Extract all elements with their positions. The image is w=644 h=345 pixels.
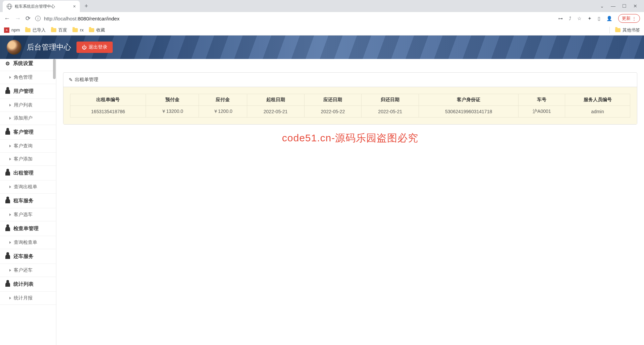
app-body: 系统设置 角色管理 用户管理 用户列表 添加用户 客户管理 客户查询 客户添加 … [0, 59, 644, 345]
new-tab-button[interactable]: + [80, 3, 93, 10]
reader-icon[interactable]: ▯ [598, 16, 600, 21]
menu-group-return: 还车服务 客户还车 [0, 249, 56, 277]
minimize-icon[interactable]: ― [611, 3, 615, 9]
address-bar: ← → ⟳ i http://localhost:8080/rentcar/in… [0, 12, 644, 25]
th-order-no: 出租单编号 [70, 94, 146, 106]
key-icon[interactable]: ⊶ [558, 16, 563, 21]
td-customer-id: 530624199603141718 [419, 106, 519, 118]
share-icon[interactable]: ⤴ [569, 16, 571, 21]
main-content: 出租单管理 出租单编号 预付金 应付金 起租日期 应还日期 归还日期 客户身份证 [56, 59, 644, 345]
panel-header: 出租单管理 [63, 73, 637, 87]
td-due-date: 2022-05-22 [304, 106, 362, 118]
menu-item-check-query[interactable]: 查询检查单 [0, 236, 56, 249]
th-car-no: 车号 [519, 94, 565, 106]
browser-tab[interactable]: 租车系统后台管理中心 × [3, 1, 80, 12]
panel: 出租单管理 出租单编号 预付金 应付金 起租日期 应还日期 归还日期 客户身份证 [63, 72, 637, 125]
bookmark-imported[interactable]: 已导入 [25, 27, 46, 33]
info-icon[interactable]: i [35, 16, 41, 21]
app-title: 后台管理中心 [27, 42, 71, 52]
url-box[interactable]: i http://localhost:8080/rentcar/index [35, 16, 553, 21]
td-start-date: 2022-05-21 [247, 106, 304, 118]
star-icon[interactable]: ☆ [577, 16, 582, 21]
user-icon [5, 89, 10, 94]
menu-header-system[interactable]: 系统设置 [0, 59, 56, 71]
profile-icon[interactable]: 👤 [606, 16, 612, 21]
user-icon [5, 171, 10, 176]
forward-button[interactable]: → [15, 15, 21, 22]
bookmarks-bar: nnpm 已导入 百度 rx 收藏 其他书签 [0, 25, 644, 36]
window-close-icon[interactable]: ✕ [633, 3, 637, 9]
maximize-icon[interactable]: ☐ [622, 3, 627, 9]
chevron-down-icon[interactable]: ⌄ [600, 3, 604, 9]
th-return-date: 归还日期 [362, 94, 419, 106]
sidebar: 系统设置 角色管理 用户管理 用户列表 添加用户 客户管理 客户查询 客户添加 … [0, 59, 56, 345]
logout-button[interactable]: ⏻ 退出登录 [76, 42, 113, 53]
menu-header-user[interactable]: 用户管理 [0, 84, 56, 98]
menu-item-rental-query[interactable]: 查询出租单 [0, 180, 56, 193]
menu-item-user-list[interactable]: 用户列表 [0, 98, 56, 112]
update-button[interactable]: 更新⋮ [618, 14, 640, 23]
back-button[interactable]: ← [4, 15, 10, 22]
menu-item-customer-add[interactable]: 客户添加 [0, 152, 56, 165]
bookmark-baidu[interactable]: 百度 [51, 27, 67, 33]
user-icon [5, 226, 10, 231]
avatar[interactable] [7, 40, 21, 55]
rental-table: 出租单编号 预付金 应付金 起租日期 应还日期 归还日期 客户身份证 车号 服务… [70, 94, 630, 118]
menu-item-customer-query[interactable]: 客户查询 [0, 139, 56, 152]
browser-chrome: 租车系统后台管理中心 × + ⌄ ― ☐ ✕ ← → ⟳ i http://lo… [0, 0, 644, 36]
td-prepay: ￥13200.0 [146, 106, 199, 118]
td-order-no: 1653135418786 [70, 106, 146, 118]
bookmark-favorites[interactable]: 收藏 [89, 27, 105, 33]
panel-body: 出租单编号 预付金 应付金 起租日期 应还日期 归还日期 客户身份证 车号 服务… [63, 87, 637, 124]
menu-header-return[interactable]: 还车服务 [0, 249, 56, 264]
menu-group-service: 租车服务 客户选车 [0, 194, 56, 221]
table-row[interactable]: 1653135418786 ￥13200.0 ￥1200.0 2022-05-2… [70, 106, 630, 118]
bookmark-npm[interactable]: nnpm [4, 27, 20, 33]
menu-group-user: 用户管理 用户列表 添加用户 [0, 84, 56, 125]
menu-header-customer[interactable]: 客户管理 [0, 125, 56, 139]
reload-button[interactable]: ⟳ [25, 15, 31, 22]
watermark: code51.cn-源码乐园盗图必究 [63, 131, 637, 145]
menu-group-check: 检查单管理 查询检查单 [0, 221, 56, 249]
caret-icon [9, 145, 11, 147]
gear-icon [5, 61, 10, 67]
bookmark-other[interactable]: 其他书签 [615, 27, 640, 33]
folder-icon [615, 28, 621, 32]
bookmark-rx[interactable]: rx [72, 27, 84, 32]
extensions-icon[interactable]: ✦ [588, 16, 592, 21]
caret-icon [9, 104, 11, 107]
menu-header-service[interactable]: 租车服务 [0, 194, 56, 208]
npm-icon: n [4, 27, 9, 33]
menu-group-system: 系统设置 角色管理 [0, 59, 56, 84]
menu-header-check[interactable]: 检查单管理 [0, 221, 56, 236]
menu-group-rental: 出租管理 查询出租单 [0, 166, 56, 194]
user-icon [5, 254, 10, 259]
caret-icon [9, 241, 11, 244]
menu-header-stats[interactable]: 统计列表 [0, 277, 56, 291]
folder-icon [89, 28, 94, 32]
panel-title: 出租单管理 [75, 77, 98, 83]
menu-item-add-user[interactable]: 添加用户 [0, 112, 56, 125]
menu-item-select-car[interactable]: 客户选车 [0, 208, 56, 221]
th-payable: 应付金 [199, 94, 247, 106]
tab-bar: 租车系统后台管理中心 × + ⌄ ― ☐ ✕ [0, 0, 644, 12]
td-return-date: 2022-05-21 [362, 106, 419, 118]
window-controls: ⌄ ― ☐ ✕ [600, 3, 644, 9]
folder-icon [72, 28, 78, 32]
th-staff-no: 服务人员编号 [565, 94, 630, 106]
menu-group-stats: 统计列表 统计月报 [0, 277, 56, 305]
menu-header-rental[interactable]: 出租管理 [0, 166, 56, 180]
menu-group-customer: 客户管理 客户查询 客户添加 [0, 125, 56, 166]
address-actions: ⊶ ⤴ ☆ ✦ ▯ 👤 更新⋮ [558, 14, 640, 23]
caret-icon [9, 186, 11, 188]
caret-icon [9, 269, 11, 272]
scrollbar-thumb[interactable] [53, 59, 56, 79]
menu-item-customer-return[interactable]: 客户还车 [0, 264, 56, 277]
caret-icon [9, 158, 11, 160]
menu-item-role[interactable]: 角色管理 [0, 71, 56, 84]
td-staff-no: admin [565, 106, 630, 118]
caret-icon [9, 213, 11, 216]
menu-item-stats-monthly[interactable]: 统计月报 [0, 291, 56, 304]
close-icon[interactable]: × [73, 4, 76, 9]
th-prepay: 预付金 [146, 94, 199, 106]
